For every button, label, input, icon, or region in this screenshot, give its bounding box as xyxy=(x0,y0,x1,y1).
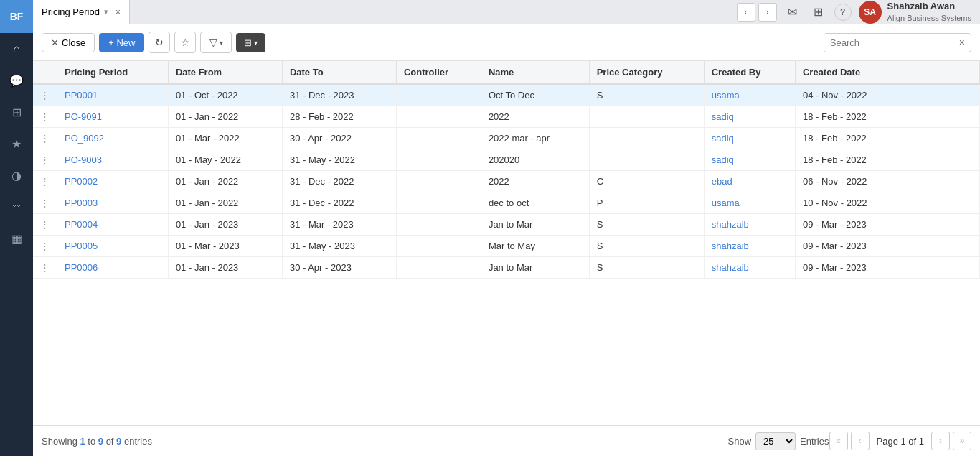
cell-controller xyxy=(396,257,481,279)
col-pricing-period[interactable]: Pricing Period xyxy=(57,61,169,84)
cell-date-from: 01 - Oct - 2022 xyxy=(168,84,282,106)
created-by-link[interactable]: shahzaib xyxy=(712,262,749,273)
pricing-period-link[interactable]: PP0006 xyxy=(65,262,98,273)
help-icon[interactable]: ? xyxy=(834,4,852,21)
sidebar-item-home[interactable]: ⌂ xyxy=(0,33,33,65)
grid-view-icon: ⊞ xyxy=(244,37,252,48)
dashboard-icon[interactable]: ⊞ xyxy=(809,2,829,22)
search-input[interactable] xyxy=(824,34,953,52)
pricing-period-link[interactable]: PP0001 xyxy=(65,90,98,101)
created-by-link[interactable]: usama xyxy=(712,90,740,101)
page-prev-btn[interactable]: ‹ xyxy=(851,432,870,450)
table-row[interactable]: ⋮PP000601 - Jan - 202330 - Apr - 2023Jan… xyxy=(33,257,980,279)
cell-date-to: 31 - May - 2022 xyxy=(282,149,396,171)
cell-date-from: 01 - Jan - 2022 xyxy=(168,192,282,214)
col-date-to[interactable]: Date To xyxy=(282,61,396,84)
pricing-period-link[interactable]: PO_9092 xyxy=(65,133,104,144)
footer-from: 1 xyxy=(80,436,85,447)
close-button[interactable]: ✕ Close xyxy=(42,33,95,52)
drag-handle-icon: ⋮ xyxy=(40,197,50,208)
col-created-date[interactable]: Created Date xyxy=(795,61,908,84)
pagination: « ‹ Page 1 of 1 › » xyxy=(829,432,972,450)
table-row[interactable]: ⋮PP000401 - Jan - 202331 - Mar - 2023Jan… xyxy=(33,214,980,236)
cell-name: Jan to Mar xyxy=(481,214,589,236)
col-extra xyxy=(908,61,980,84)
tab-navigation: ‹ › xyxy=(737,3,783,22)
user-profile[interactable]: SA Shahzaib Awan Align Business Systems xyxy=(859,0,971,24)
cell-created-date: 09 - Mar - 2023 xyxy=(795,236,908,257)
new-button[interactable]: + New xyxy=(99,33,144,52)
created-by-link[interactable]: ebad xyxy=(712,176,732,187)
tab-dropdown-icon[interactable]: ▾ xyxy=(104,7,108,17)
pricing-period-link[interactable]: PP0002 xyxy=(65,176,98,187)
table-row[interactable]: ⋮PO-909101 - Jan - 202228 - Feb - 202220… xyxy=(33,106,980,128)
pricing-period-link[interactable]: PO-9003 xyxy=(65,154,102,165)
created-by-link[interactable]: shahzaib xyxy=(712,241,749,251)
page-first-btn[interactable]: « xyxy=(829,432,848,450)
table-row[interactable]: ⋮PO-900301 - May - 202231 - May - 202220… xyxy=(33,149,980,171)
tab-label: Pricing Period xyxy=(42,6,100,17)
col-created-by[interactable]: Created By xyxy=(704,61,795,84)
page-next-btn[interactable]: › xyxy=(931,432,950,450)
sidebar-item-messages[interactable]: 💬 xyxy=(0,65,33,96)
show-label: Show xyxy=(728,436,752,447)
cell-price-category: C xyxy=(589,171,704,192)
created-by-link[interactable]: usama xyxy=(712,197,740,208)
tab-close-btn[interactable]: × xyxy=(116,7,121,17)
cell-controller xyxy=(396,171,481,192)
table-row[interactable]: ⋮PP000101 - Oct - 202231 - Dec - 2023Oct… xyxy=(33,84,980,106)
col-controller[interactable]: Controller xyxy=(396,61,481,84)
app-logo[interactable]: BF xyxy=(0,0,33,33)
table-row[interactable]: ⋮PO_909201 - Mar - 202230 - Apr - 202220… xyxy=(33,128,980,149)
created-by-link[interactable]: sadiq xyxy=(712,111,734,122)
sidebar-item-reports[interactable]: ◑ xyxy=(0,159,33,191)
cell-controller xyxy=(396,149,481,171)
tab-pricing-period[interactable]: Pricing Period ▾ × xyxy=(33,0,130,24)
page-size-select[interactable]: 10 25 50 100 xyxy=(755,432,796,450)
entries-label: Entries xyxy=(800,436,829,447)
mail-icon[interactable]: ✉ xyxy=(783,2,803,22)
table-row[interactable]: ⋮PP000201 - Jan - 202231 - Dec - 2022202… xyxy=(33,171,980,192)
created-by-link[interactable]: sadiq xyxy=(712,133,734,144)
created-by-link[interactable]: shahzaib xyxy=(712,219,749,230)
pricing-period-link[interactable]: PO-9091 xyxy=(65,111,102,122)
footer-show-section: Show 10 25 50 100 Entries xyxy=(728,432,829,450)
pricing-period-link[interactable]: PP0005 xyxy=(65,241,98,251)
cell-drag: ⋮ xyxy=(33,84,57,106)
cell-name: 2022 xyxy=(481,106,589,128)
table-row[interactable]: ⋮PP000501 - Mar - 202331 - May - 2023Mar… xyxy=(33,236,980,257)
col-date-from[interactable]: Date From xyxy=(168,61,282,84)
star-button[interactable]: ☆ xyxy=(174,32,196,53)
nav-prev-btn[interactable]: ‹ xyxy=(737,3,755,22)
drag-handle-icon: ⋮ xyxy=(40,176,50,187)
pricing-period-link[interactable]: PP0003 xyxy=(65,197,98,208)
pricing-period-link[interactable]: PP0004 xyxy=(65,219,98,230)
cell-name: Jan to Mar xyxy=(481,257,589,279)
col-price-category[interactable]: Price Category xyxy=(589,61,704,84)
cell-pricing-period: PO_9092 xyxy=(57,128,169,149)
cell-price-category: S xyxy=(589,236,704,257)
sidebar-item-activity[interactable]: 〰 xyxy=(0,191,33,223)
col-name[interactable]: Name xyxy=(481,61,589,84)
table-header-row: Pricing Period Date From Date To Control… xyxy=(33,61,980,84)
cell-pricing-period: PP0004 xyxy=(57,214,169,236)
cell-created-by: shahzaib xyxy=(704,257,795,279)
sidebar-item-favorites[interactable]: ★ xyxy=(0,128,33,159)
created-by-link[interactable]: sadiq xyxy=(712,154,734,165)
pricing-period-table: Pricing Period Date From Date To Control… xyxy=(33,61,980,279)
cell-pricing-period: PO-9003 xyxy=(57,149,169,171)
table-row[interactable]: ⋮PP000301 - Jan - 202231 - Dec - 2022dec… xyxy=(33,192,980,214)
filter-icon: ▽ xyxy=(209,37,217,48)
refresh-button[interactable]: ↻ xyxy=(149,32,170,53)
view-button[interactable]: ⊞ ▾ xyxy=(236,33,265,52)
sidebar-item-analytics[interactable]: ▦ xyxy=(0,223,33,254)
search-clear-btn[interactable]: × xyxy=(953,37,971,48)
sidebar-item-grid[interactable]: ⊞ xyxy=(0,96,33,128)
page-last-btn[interactable]: » xyxy=(953,432,971,450)
cell-pricing-period: PO-9091 xyxy=(57,106,169,128)
cell-created-by: sadiq xyxy=(704,128,795,149)
filter-button[interactable]: ▽ ▾ xyxy=(200,32,232,53)
nav-next-btn[interactable]: › xyxy=(758,3,777,22)
cell-created-by: ebad xyxy=(704,171,795,192)
main-area: Pricing Period ▾ × ‹ › ✉ ⊞ ? SA Shahzaib… xyxy=(33,0,980,456)
